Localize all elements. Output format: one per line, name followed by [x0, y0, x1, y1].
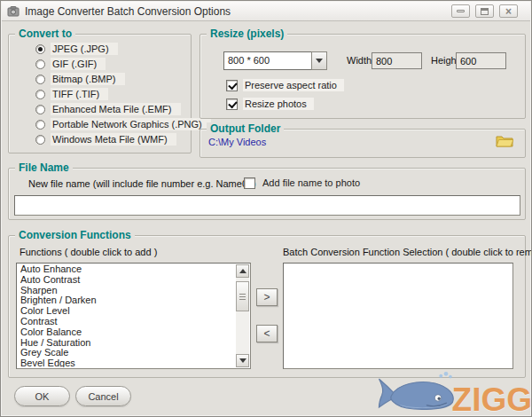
width-field[interactable] — [372, 52, 422, 69]
scroll-up-button[interactable] — [236, 264, 249, 278]
maximize-button[interactable] — [475, 4, 494, 18]
radio-icon — [35, 135, 45, 145]
scrollbar[interactable] — [236, 264, 249, 367]
window-controls: × — [451, 4, 518, 18]
scroll-down-button[interactable] — [236, 354, 249, 367]
dialog-window: Image Converter Batch Conversion Options… — [0, 0, 532, 417]
resize-photos-checkbox[interactable]: Resize photos — [226, 98, 314, 110]
group-convert-to-title: Convert to — [15, 28, 75, 40]
radio-icon — [35, 44, 45, 54]
browse-folder-button[interactable] — [495, 134, 514, 150]
radio-label: Enhanced Meta File (.EMF) — [51, 103, 181, 115]
functions-list-label: Functions ( double click to add ) — [20, 247, 157, 257]
height-field[interactable] — [456, 52, 506, 69]
list-item[interactable]: Auto Contrast — [19, 275, 236, 286]
add-file-name-checkbox[interactable]: Add file name to photo — [244, 177, 367, 189]
cancel-button[interactable]: Cancel — [75, 386, 131, 406]
arrow-up-icon — [239, 269, 246, 273]
checkbox-icon — [244, 177, 255, 189]
checkbox-label: Resize photos — [243, 98, 314, 110]
radio-option[interactable]: JPEG (.JPG) — [35, 43, 211, 54]
group-conversion-functions: Conversion Functions Functions ( double … — [8, 235, 526, 378]
checkbox-label: Preserve aspect ratio — [243, 79, 344, 91]
new-file-name-input[interactable] — [14, 195, 520, 216]
group-convert-to: Convert to JPEG (.JPG) GIF (.GIF) Bitmap… — [8, 34, 192, 153]
chevron-down-icon — [316, 59, 323, 63]
remove-function-button[interactable]: < — [256, 325, 278, 342]
window-title: Image Converter Batch Conversion Options — [25, 5, 231, 18]
functions-listbox[interactable]: Auto Enhance Auto Contrast Sharpen Brigh… — [16, 263, 251, 369]
minimize-icon — [457, 10, 465, 12]
app-icon — [7, 5, 20, 18]
new-file-name-label: New file name (will include file number … — [28, 178, 256, 189]
list-item[interactable]: Color Balance — [19, 327, 236, 338]
group-resize-title: Resize (pixels) — [207, 28, 287, 40]
scrollbar-thumb[interactable] — [236, 281, 249, 311]
watermark-logo-text: ZIGG — [452, 383, 532, 416]
radio-option[interactable]: Windows Meta File (WMF) — [35, 134, 211, 145]
checkbox-icon — [226, 98, 238, 110]
group-resize: Resize (pixels) 800 * 600 Width Height P… — [200, 34, 526, 119]
radio-label: Windows Meta File (WMF) — [51, 133, 176, 146]
radio-option[interactable]: Bitmap (.BMP) — [35, 74, 211, 84]
open-folder-icon — [496, 134, 513, 148]
selection-list-label: Batch Conversion Function Selection ( do… — [283, 247, 532, 257]
radio-icon — [35, 59, 45, 69]
radio-option[interactable]: TIFF (.TIF) — [35, 89, 211, 99]
ok-button[interactable]: OK — [14, 386, 70, 406]
list-item[interactable]: Contrast — [19, 317, 236, 327]
checkbox-icon — [226, 80, 238, 91]
dropdown-arrow-button[interactable] — [311, 51, 327, 70]
radio-label: GIF (.GIF) — [51, 58, 106, 70]
add-function-button[interactable]: > — [256, 288, 278, 306]
group-file-name: File Name New file name (will include fi… — [8, 168, 526, 220]
list-item[interactable]: Bevel Edges — [19, 358, 236, 367]
preserve-aspect-checkbox[interactable]: Preserve aspect ratio — [226, 79, 344, 91]
radio-label: TIFF (.TIF) — [51, 88, 108, 100]
group-output-folder: Output Folder C:\My Videos — [200, 129, 526, 158]
group-conversion-functions-title: Conversion Functions — [15, 229, 135, 241]
width-label: Width — [347, 55, 372, 66]
functions-list: Auto Enhance Auto Contrast Sharpen Brigh… — [19, 264, 236, 367]
radio-icon — [35, 120, 45, 130]
group-file-name-title: File Name — [15, 161, 73, 174]
selection-list — [286, 264, 511, 367]
maximize-icon — [481, 8, 489, 15]
radio-label: Portable Network Graphics (.PNG) — [51, 118, 211, 130]
size-preset-value: 800 * 600 — [223, 51, 311, 70]
close-icon: × — [505, 6, 512, 17]
output-folder-path: C:\My Videos — [208, 137, 266, 147]
radio-label: JPEG (.JPG) — [51, 43, 118, 55]
minimize-button[interactable] — [451, 4, 470, 18]
radio-label: Bitmap (.BMP) — [51, 73, 125, 85]
thumb-grip-icon — [239, 294, 246, 300]
radio-icon — [35, 105, 45, 114]
convert-to-options: JPEG (.JPG) GIF (.GIF) Bitmap (.BMP) TIF… — [35, 43, 211, 145]
group-output-folder-title: Output Folder — [207, 122, 284, 135]
size-preset-select[interactable]: 800 * 600 — [223, 51, 327, 70]
checkbox-label: Add file name to photo — [261, 177, 367, 189]
radio-icon — [35, 75, 45, 84]
close-button[interactable]: × — [499, 4, 518, 18]
radio-option[interactable]: Enhanced Meta File (.EMF) — [35, 104, 211, 114]
title-bar: Image Converter Batch Conversion Options… — [2, 2, 530, 21]
radio-icon — [35, 90, 45, 99]
selection-listbox[interactable] — [283, 263, 513, 369]
radio-option[interactable]: Portable Network Graphics (.PNG) — [35, 119, 211, 130]
arrow-down-icon — [239, 358, 246, 363]
radio-option[interactable]: GIF (.GIF) — [35, 59, 211, 69]
